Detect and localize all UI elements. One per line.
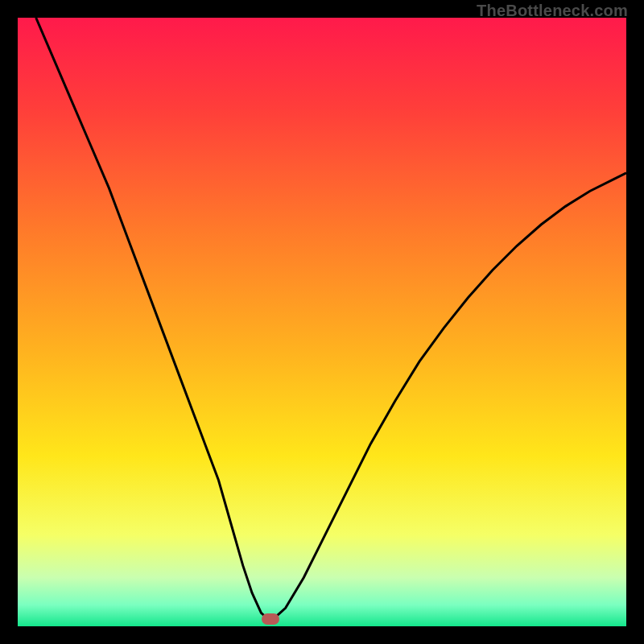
gradient-background xyxy=(18,18,626,626)
bottleneck-chart xyxy=(18,18,626,626)
watermark-text: TheBottleneck.com xyxy=(477,2,628,20)
minimum-marker xyxy=(262,613,279,625)
